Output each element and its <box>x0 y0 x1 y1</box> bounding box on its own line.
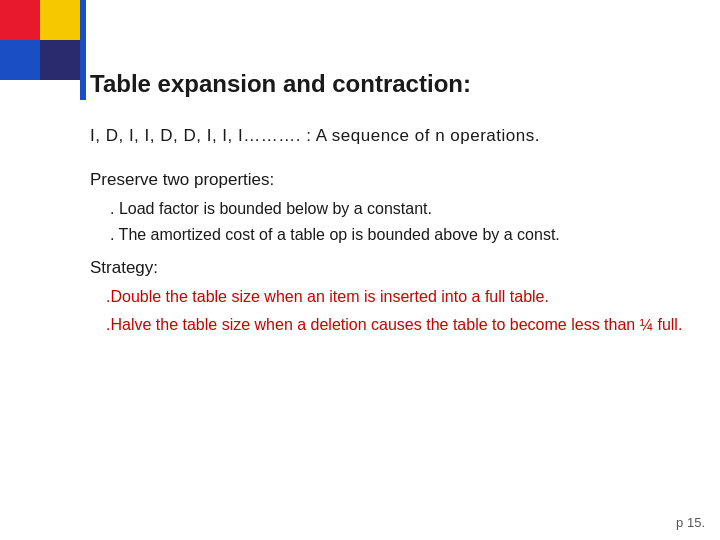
page-number: p 15. <box>676 515 705 530</box>
page-title: Table expansion and contraction: <box>90 70 700 98</box>
strategy-item-2: .Halve the table size when a deletion ca… <box>90 316 700 334</box>
preserve-item-1: . Load factor is bounded below by a cons… <box>90 200 700 218</box>
preserve-item-1-text: . Load factor is bounded below by a cons… <box>110 200 432 217</box>
corner-red-square <box>0 0 40 40</box>
main-content: Table expansion and contraction: I, D, I… <box>90 70 700 510</box>
sequence-line: I, D, I, I, D, D, I, I, I………. : A sequen… <box>90 126 700 146</box>
strategy-item-1: .Double the table size when an item is i… <box>90 288 700 306</box>
corner-blue-square <box>0 40 40 80</box>
strategy-heading: Strategy: <box>90 258 700 278</box>
preserve-item-2: . The amortized cost of a table op is bo… <box>90 226 700 244</box>
preserve-heading: Preserve two properties: <box>90 170 700 190</box>
strategy-item-1-text: .Double the table size when an item is i… <box>106 288 549 305</box>
strategy-item-2-text: .Halve the table size when a deletion ca… <box>106 316 682 333</box>
corner-yellow-square <box>40 0 80 40</box>
corner-dark-square <box>40 40 80 80</box>
left-accent-bar <box>80 0 86 100</box>
corner-decoration <box>0 0 80 80</box>
preserve-item-2-text: . The amortized cost of a table op is bo… <box>110 226 560 243</box>
